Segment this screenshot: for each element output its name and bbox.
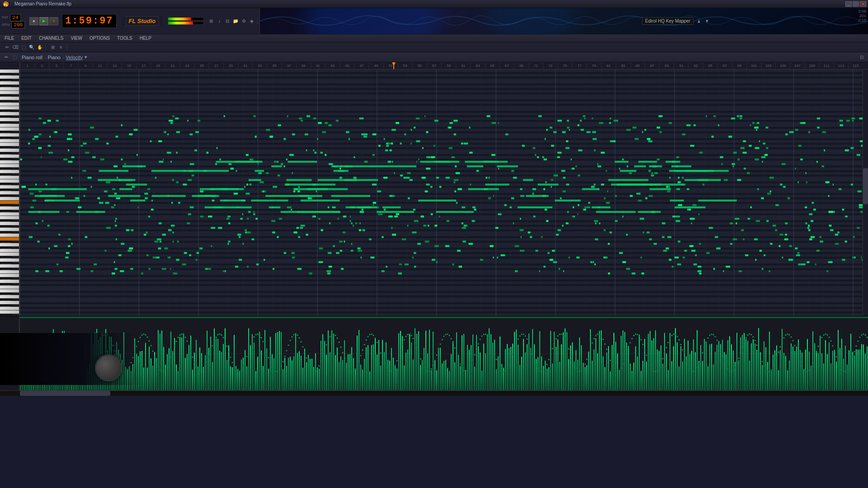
piano-key-Db3[interactable] (0, 283, 12, 286)
piano-key-G3[interactable] (0, 264, 20, 268)
snap-icon[interactable]: ⊞ (49, 44, 57, 51)
piano-key-Ab6[interactable] (0, 152, 12, 155)
pr-dropdown-icon[interactable]: ▾ (85, 54, 87, 60)
piano-key-C4[interactable] (0, 249, 20, 253)
piano-key-A7[interactable] (0, 112, 20, 116)
hscroll-thumb[interactable] (20, 391, 110, 396)
piano-key-Bb2[interactable] (0, 293, 12, 295)
play-button[interactable]: ▶ (39, 17, 48, 25)
piano-roll-icon[interactable]: ♪ (216, 18, 223, 24)
piano-key-G6[interactable] (0, 155, 20, 158)
piano-key-Gb3[interactable] (0, 268, 12, 270)
piano-key-E7[interactable] (0, 127, 20, 131)
piano-key-G8[interactable] (0, 81, 20, 85)
horizontal-scrollbar[interactable] (0, 390, 868, 396)
velocity-area[interactable] (20, 317, 868, 390)
piano-key-C7[interactable] (0, 139, 20, 143)
piano-key-C5[interactable] (0, 212, 20, 216)
piano-key-E3[interactable] (0, 274, 20, 277)
piano-key-Eb6[interactable] (0, 168, 12, 170)
piano-key-A8[interactable] (0, 75, 20, 79)
piano-key-Db7[interactable] (0, 137, 12, 139)
stop-button[interactable]: ■ (29, 17, 38, 25)
piano-key-Ab3[interactable] (0, 262, 12, 264)
piano-key-Gb8[interactable] (0, 85, 12, 87)
piano-key-D5[interactable] (0, 206, 20, 210)
timeline-ruler[interactable]: 1357911131517192123252729313335373941434… (0, 62, 868, 70)
piano-key-E5[interactable] (0, 201, 20, 204)
piano-key-A6[interactable] (0, 149, 20, 152)
piano-key-F7[interactable] (0, 124, 20, 127)
close-button[interactable]: × (860, 1, 866, 7)
piano-key-E6[interactable] (0, 164, 20, 168)
piano-key-C8[interactable] (0, 103, 20, 106)
piano-key-Ab7[interactable] (0, 116, 12, 118)
piano-key-Db5[interactable] (0, 210, 12, 212)
piano-key-D7[interactable] (0, 133, 20, 137)
piano-key-Bb8[interactable] (0, 73, 12, 75)
piano-key-B6[interactable] (0, 143, 20, 146)
piano-key-B2[interactable] (0, 289, 20, 293)
piano-key-Gb4[interactable] (0, 231, 12, 234)
piano-key-A5[interactable] (0, 185, 20, 189)
select-icon[interactable]: ⬚ (20, 44, 27, 51)
piano-key-B3[interactable] (0, 253, 20, 256)
piano-key-Gb5[interactable] (0, 195, 12, 197)
step-seq-icon[interactable]: ⊟ (224, 18, 231, 24)
piano-key-F6[interactable] (0, 160, 20, 164)
piano-key-Ab2[interactable] (0, 299, 12, 301)
piano-key-Bb3[interactable] (0, 256, 12, 258)
piano-key-G4[interactable] (0, 228, 20, 231)
velocity-knob[interactable] (95, 354, 122, 381)
eraser-icon[interactable]: ⌫ (12, 44, 19, 51)
plugin-icon[interactable]: ⚙ (240, 18, 247, 24)
piano-key-A3[interactable] (0, 258, 20, 262)
menu-channels[interactable]: CHANNELS (35, 35, 67, 41)
pr-pencil-icon[interactable]: ✏ (3, 54, 10, 61)
piano-key-C3[interactable] (0, 286, 20, 289)
piano-key-Eb7[interactable] (0, 131, 12, 133)
pr-close-icon[interactable]: ⊡ (858, 54, 865, 61)
piano-key-D6[interactable] (0, 170, 20, 174)
browser-icon[interactable]: 📁 (232, 18, 239, 24)
piano-key-Bb5[interactable] (0, 183, 12, 185)
piano-key-Bb4[interactable] (0, 220, 12, 222)
piano-key-F3[interactable] (0, 270, 20, 274)
piano-key-E4[interactable] (0, 237, 20, 241)
piano-key-B7[interactable] (0, 106, 20, 110)
piano-key-F2[interactable] (0, 307, 20, 310)
piano-key-Eb8[interactable] (0, 94, 12, 97)
piano-key-Gb6[interactable] (0, 158, 12, 160)
pan-icon[interactable]: ✋ (36, 44, 43, 51)
piano-key-A4[interactable] (0, 222, 20, 225)
piano-key-Eb5[interactable] (0, 204, 12, 206)
piano-key-Eb3[interactable] (0, 277, 12, 280)
piano-key-E8[interactable] (0, 91, 20, 94)
pr-mode[interactable]: Velocity (66, 55, 83, 60)
piano-key-F8[interactable] (0, 87, 20, 91)
piano-key-Ab4[interactable] (0, 225, 12, 228)
piano-key-Gb7[interactable] (0, 122, 12, 124)
piano-key-C6[interactable] (0, 176, 20, 179)
piano-key-Ab8[interactable] (0, 79, 12, 81)
note-grid[interactable] (20, 70, 868, 316)
piano-key-G5[interactable] (0, 191, 20, 195)
menu-tools[interactable]: TOOLS (113, 35, 136, 41)
piano-key-Bb7[interactable] (0, 110, 12, 112)
piano-key-E2[interactable] (0, 310, 20, 314)
record-button[interactable]: ● (49, 17, 58, 25)
menu-options[interactable]: OPTIONS (86, 35, 113, 41)
menu-file[interactable]: FILE (1, 35, 18, 41)
piano-key-Db8[interactable] (0, 100, 12, 103)
piano-key-Bb6[interactable] (0, 146, 12, 149)
channel-down-icon[interactable]: ▼ (703, 18, 711, 24)
piano-key-Gb2[interactable] (0, 305, 12, 307)
piano-key-Db6[interactable] (0, 174, 12, 176)
quantize-icon[interactable]: ≡ (57, 44, 65, 51)
pr-select-icon[interactable]: ⬚ (11, 54, 18, 61)
piano-key-Db4[interactable] (0, 247, 12, 249)
piano-key-F5[interactable] (0, 197, 20, 201)
piano-key-D8[interactable] (0, 97, 20, 100)
piano-key-B8[interactable] (0, 70, 20, 73)
piano-key-Eb2[interactable] (0, 314, 12, 316)
